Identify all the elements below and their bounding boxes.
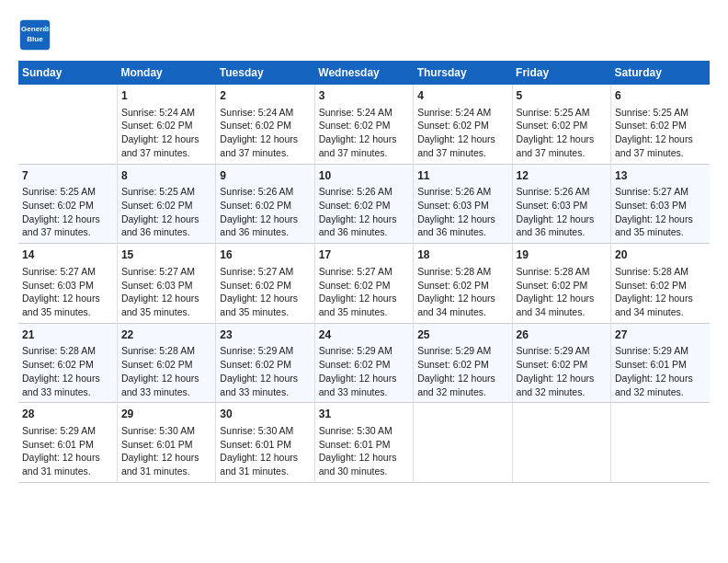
calendar-table: SundayMondayTuesdayWednesdayThursdayFrid… [18, 61, 710, 483]
sunrise-text: Sunrise: 5:25 AM [615, 106, 706, 120]
sunrise-text: Sunrise: 5:30 AM [121, 424, 211, 438]
sunrise-text: Sunrise: 5:26 AM [319, 185, 409, 199]
cell-3-5: 18Sunrise: 5:28 AMSunset: 6:02 PMDayligh… [414, 244, 512, 324]
day-number: 21 [22, 327, 113, 343]
sunset-text: Sunset: 6:02 PM [319, 119, 409, 132]
daylight-text: Daylight: 12 hours and 35 minutes. [220, 292, 310, 318]
sunset-text: Sunset: 6:02 PM [22, 358, 113, 372]
day-number: 3 [319, 88, 409, 104]
sunset-text: Sunset: 6:02 PM [22, 199, 113, 213]
cell-5-4: 31Sunrise: 5:30 AMSunset: 6:01 PMDayligh… [314, 403, 413, 483]
cell-4-1: 21Sunrise: 5:28 AMSunset: 6:02 PMDayligh… [18, 323, 117, 403]
col-header-tuesday: Tuesday [216, 61, 314, 85]
sunset-text: Sunset: 6:03 PM [517, 199, 607, 213]
sunset-text: Sunset: 6:01 PM [22, 438, 113, 452]
sunset-text: Sunset: 6:02 PM [517, 358, 607, 372]
sunset-text: Sunset: 6:02 PM [319, 358, 409, 372]
header-row: SundayMondayTuesdayWednesdayThursdayFrid… [18, 61, 710, 85]
sunrise-text: Sunrise: 5:25 AM [22, 185, 113, 199]
day-number: 22 [121, 327, 211, 343]
sunrise-text: Sunrise: 5:29 AM [319, 344, 409, 358]
daylight-text: Daylight: 12 hours and 33 minutes. [22, 372, 113, 398]
day-number: 28 [22, 407, 113, 422]
sunset-text: Sunset: 6:02 PM [121, 358, 211, 372]
day-number: 17 [319, 247, 409, 263]
day-number: 6 [615, 88, 706, 104]
week-row-4: 21Sunrise: 5:28 AMSunset: 6:02 PMDayligh… [18, 323, 710, 403]
sunset-text: Sunset: 6:02 PM [220, 199, 310, 213]
day-number: 12 [517, 168, 607, 184]
sunrise-text: Sunrise: 5:28 AM [517, 265, 607, 279]
sunrise-text: Sunrise: 5:27 AM [121, 265, 211, 279]
col-header-saturday: Saturday [611, 61, 710, 85]
cell-3-1: 14Sunrise: 5:27 AMSunset: 6:03 PMDayligh… [18, 244, 117, 324]
cell-5-5 [414, 403, 512, 483]
sunset-text: Sunset: 6:02 PM [417, 358, 507, 372]
sunset-text: Sunset: 6:01 PM [121, 438, 211, 452]
cell-3-4: 17Sunrise: 5:27 AMSunset: 6:02 PMDayligh… [314, 244, 413, 324]
daylight-text: Daylight: 12 hours and 34 minutes. [615, 292, 706, 318]
cell-2-5: 11Sunrise: 5:26 AMSunset: 6:03 PMDayligh… [414, 164, 512, 244]
daylight-text: Daylight: 12 hours and 34 minutes. [517, 292, 607, 318]
daylight-text: Daylight: 12 hours and 30 minutes. [319, 451, 409, 477]
cell-2-3: 9Sunrise: 5:26 AMSunset: 6:02 PMDaylight… [216, 164, 314, 244]
col-header-monday: Monday [117, 61, 215, 85]
day-number: 25 [417, 327, 507, 343]
cell-5-2: 29Sunrise: 5:30 AMSunset: 6:01 PMDayligh… [117, 403, 215, 483]
cell-1-7: 6Sunrise: 5:25 AMSunset: 6:02 PMDaylight… [611, 85, 710, 164]
col-header-friday: Friday [512, 61, 610, 85]
sunset-text: Sunset: 6:02 PM [319, 279, 409, 293]
daylight-text: Daylight: 12 hours and 37 minutes. [22, 213, 113, 239]
sunset-text: Sunset: 6:03 PM [615, 199, 706, 213]
sunrise-text: Sunrise: 5:30 AM [319, 424, 409, 438]
day-number: 31 [319, 407, 409, 422]
sunset-text: Sunset: 6:01 PM [220, 438, 310, 452]
daylight-text: Daylight: 12 hours and 37 minutes. [417, 132, 507, 159]
day-number: 20 [615, 247, 706, 263]
sunrise-text: Sunrise: 5:27 AM [22, 265, 113, 279]
sunrise-text: Sunrise: 5:28 AM [615, 265, 706, 279]
day-number: 15 [121, 247, 211, 263]
sunset-text: Sunset: 6:02 PM [517, 119, 607, 132]
sunrise-text: Sunrise: 5:24 AM [319, 106, 409, 120]
daylight-text: Daylight: 12 hours and 36 minutes. [220, 213, 310, 239]
cell-5-3: 30Sunrise: 5:30 AMSunset: 6:01 PMDayligh… [216, 403, 314, 483]
sunrise-text: Sunrise: 5:30 AM [220, 424, 310, 438]
sunset-text: Sunset: 6:03 PM [121, 279, 211, 293]
sunrise-text: Sunrise: 5:28 AM [417, 265, 507, 279]
sunrise-text: Sunrise: 5:25 AM [517, 106, 607, 120]
daylight-text: Daylight: 12 hours and 37 minutes. [517, 132, 607, 159]
page-header: General Blue [18, 18, 710, 52]
day-number: 8 [121, 168, 211, 184]
svg-text:General: General [21, 25, 49, 33]
col-header-sunday: Sunday [18, 61, 117, 85]
sunrise-text: Sunrise: 5:24 AM [417, 106, 507, 120]
sunrise-text: Sunrise: 5:26 AM [220, 185, 310, 199]
cell-1-1 [18, 85, 117, 164]
daylight-text: Daylight: 12 hours and 33 minutes. [220, 372, 310, 398]
sunset-text: Sunset: 6:02 PM [319, 199, 409, 213]
sunset-text: Sunset: 6:03 PM [417, 199, 507, 213]
cell-4-4: 24Sunrise: 5:29 AMSunset: 6:02 PMDayligh… [314, 323, 413, 403]
col-header-wednesday: Wednesday [314, 61, 413, 85]
sunset-text: Sunset: 6:02 PM [417, 279, 507, 293]
cell-3-2: 15Sunrise: 5:27 AMSunset: 6:03 PMDayligh… [117, 244, 215, 324]
day-number: 5 [517, 88, 607, 104]
sunset-text: Sunset: 6:02 PM [615, 119, 706, 132]
day-number: 10 [319, 168, 409, 184]
sunset-text: Sunset: 6:02 PM [121, 119, 211, 132]
sunrise-text: Sunrise: 5:28 AM [121, 344, 211, 358]
day-number: 7 [22, 168, 113, 184]
daylight-text: Daylight: 12 hours and 33 minutes. [319, 372, 409, 398]
week-row-3: 14Sunrise: 5:27 AMSunset: 6:03 PMDayligh… [18, 244, 710, 324]
sunset-text: Sunset: 6:01 PM [319, 438, 409, 452]
cell-1-4: 3Sunrise: 5:24 AMSunset: 6:02 PMDaylight… [314, 85, 413, 164]
cell-1-2: 1Sunrise: 5:24 AMSunset: 6:02 PMDaylight… [117, 85, 215, 164]
daylight-text: Daylight: 12 hours and 36 minutes. [517, 213, 607, 239]
day-number: 30 [220, 407, 310, 422]
cell-3-3: 16Sunrise: 5:27 AMSunset: 6:02 PMDayligh… [216, 244, 314, 324]
week-row-2: 7Sunrise: 5:25 AMSunset: 6:02 PMDaylight… [18, 164, 710, 244]
cell-4-5: 25Sunrise: 5:29 AMSunset: 6:02 PMDayligh… [414, 323, 512, 403]
sunset-text: Sunset: 6:03 PM [22, 279, 113, 293]
cell-2-4: 10Sunrise: 5:26 AMSunset: 6:02 PMDayligh… [314, 164, 413, 244]
